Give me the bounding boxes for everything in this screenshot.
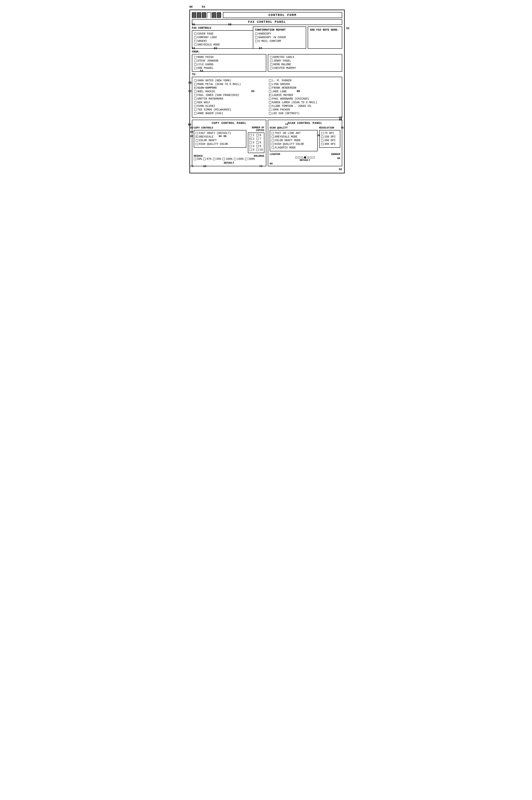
to-laurie-mayner[interactable]: LAURIE MAYNER [269,94,340,97]
conf-hardcopy-cover-checkbox[interactable] [255,36,258,39]
fax-ctrl-urgent-checkbox[interactable] [194,40,196,42]
to-anne-baker-cb[interactable] [194,112,196,114]
fax-ctrl-greyscale[interactable]: GREYSCALE MODE [194,43,251,46]
to-ken-wolf-cb[interactable] [194,101,196,104]
from-herb-malone[interactable]: HERB MALONE [270,63,340,66]
to-paul-woodward-cb[interactable] [269,98,271,100]
to-ted-simon[interactable]: TED SIMON (MILWAUKEE) [194,108,265,111]
to-lynn-grover[interactable]: LYNN GROVER [269,83,340,86]
copy-greyscale-cb[interactable] [196,136,198,138]
copy-1[interactable]: 1 [249,134,256,137]
scale-50-cb[interactable] [194,158,196,160]
conf-email-confirm-checkbox[interactable] [255,40,258,42]
to-evon-kluski-cb[interactable] [194,105,196,107]
scan-high-quality[interactable]: HIGH QUALITY COLOR [272,143,316,146]
to-jake-lane[interactable]: JAKE LANE [269,90,340,93]
scan-color-draft[interactable]: COLOR DRAFT MODE [272,139,316,142]
copy-4-cb[interactable] [249,145,252,147]
to-karen-lamer[interactable]: KAREN LAMER (SCAN TO E-MAIL) [269,101,340,104]
fax-ctrl-greyscale-checkbox[interactable] [194,43,196,46]
copy-7-cb[interactable] [256,138,259,140]
res-150-cb[interactable] [321,136,323,138]
to-sara-bates[interactable]: SARA BATES (NEW YORK) [194,79,265,82]
from-jenny-pagel-cb[interactable] [270,60,272,62]
copy-6[interactable]: 6 [256,134,263,137]
scale-100[interactable]: 100% [223,157,232,161]
scan-greyscale[interactable]: GREYSCALE MODE [272,135,316,138]
copy-2-cb[interactable] [249,138,252,140]
from-don-phagel[interactable]: DON PHAGEL [194,67,264,70]
from-demitri-carls[interactable]: DEMITRI CARLS [270,56,340,59]
to-john-packer[interactable]: JOHN PACKER [269,108,340,111]
res-75[interactable]: 75 DPI [321,132,338,135]
copy-5[interactable]: 5 [249,148,256,151]
to-karen-lamer-cb[interactable] [269,101,271,104]
copy-9[interactable]: 9 [256,145,263,148]
copy-7[interactable]: 7 [256,137,263,141]
to-paul-woodward[interactable]: PAUL WOODWARD (CHICAGO) [269,97,340,100]
to-ted-simon-cb[interactable] [194,109,196,111]
res-200-cb[interactable] [321,139,323,142]
copy-10-cb[interactable] [256,149,259,151]
copy-high-quality[interactable]: HIGH QUALITY COLOR [196,143,244,146]
conf-hardcopy[interactable]: HARDCOPY [255,32,304,35]
slider-dot-1[interactable] [296,156,297,159]
to-paul-jones-cb[interactable] [194,94,196,96]
res-200[interactable]: 200 DPI [321,139,338,142]
to-lee-sun-cb[interactable] [269,112,271,114]
copy-fast-draft-cb[interactable] [196,132,198,134]
to-clark-tompson-cb[interactable] [269,105,271,107]
copy-10[interactable]: 10 [256,148,263,151]
from-chester-murphy[interactable]: CHESTER MURPHY [270,67,340,70]
copy-9-cb[interactable] [256,145,259,147]
conf-hardcopy-cover[interactable]: HARDCOPY /W COVER [255,36,304,39]
to-paul-jones[interactable]: PAUL JONES (SAN FRANCISCO) [194,94,265,97]
from-don-phagel-cb[interactable] [194,67,196,69]
res-150[interactable]: 150 DPI [321,135,338,138]
from-lyle-karns[interactable]: LYLE KARNS [194,63,264,66]
copy-6-cb[interactable] [256,134,259,136]
to-noel-mackie-cb[interactable] [194,90,196,93]
to-gretin-macnamara[interactable]: GRETIN MACNAMARA [194,97,265,100]
to-noel-mackie[interactable]: NOEL MACKIE [194,90,265,93]
scan-flashpix[interactable]: FLASHPIX MODE [272,146,316,149]
from-steve-johnson[interactable]: STEVE JOHNSON [194,59,264,62]
copy-1-cb[interactable] [249,134,252,136]
to-jake-lane-cb[interactable] [269,90,271,93]
from-demitri-carls-cb[interactable] [270,56,272,58]
to-lynn-grover-cb[interactable] [269,83,271,85]
scan-flashpix-cb[interactable] [272,147,274,149]
scan-color-draft-cb[interactable] [272,139,274,142]
from-mark-phish-cb[interactable] [194,56,196,58]
scale-93[interactable]: 93% [213,157,221,161]
scale-200[interactable]: 200% [245,157,255,161]
to-lm-parker-cb[interactable] [269,79,271,82]
to-lm-parker[interactable]: L. M. PARKER [269,79,340,82]
slider-dot-6[interactable] [310,156,312,159]
res-75-cb[interactable] [321,132,323,134]
slider-dot-7[interactable] [313,156,315,159]
to-laurie-mayner-cb[interactable] [269,94,271,96]
copy-color-draft-cb[interactable] [196,139,198,142]
from-mark-phish[interactable]: MARK PHISH [194,56,264,59]
from-chester-murphy-cb[interactable] [270,67,272,69]
scan-high-quality-cb[interactable] [272,143,274,145]
scale-93-cb[interactable] [213,158,215,160]
from-jenny-pagel[interactable]: JENNY PAGEL [270,59,340,62]
slider-dot-3[interactable] [301,156,303,159]
copy-8-cb[interactable] [256,141,259,144]
to-evon-kluski[interactable]: EVON KLUSKI [194,105,265,108]
fax-ctrl-company-logo-checkbox[interactable] [194,36,196,39]
res-300[interactable]: 300 DPI [321,143,338,146]
to-lee-sun[interactable]: LEE SUN (DETROIT) [269,112,340,115]
conf-email-confirm[interactable]: E-MAIL CONFIRM [255,39,304,42]
to-ken-wolf[interactable]: KEN WOLF [194,101,265,104]
slider-dot-4[interactable] [304,156,306,159]
to-glen-sampras[interactable]: GLEN SAMPRAS [194,86,265,89]
slider-dot-5[interactable] [307,156,309,159]
copy-2[interactable]: 2 [249,137,256,141]
to-frank-henderson-cb[interactable] [269,87,271,89]
scan-text-line-cb[interactable] [272,132,274,134]
to-mark-petal-cb[interactable] [194,83,196,85]
to-gretin-macnamara-cb[interactable] [194,98,196,100]
